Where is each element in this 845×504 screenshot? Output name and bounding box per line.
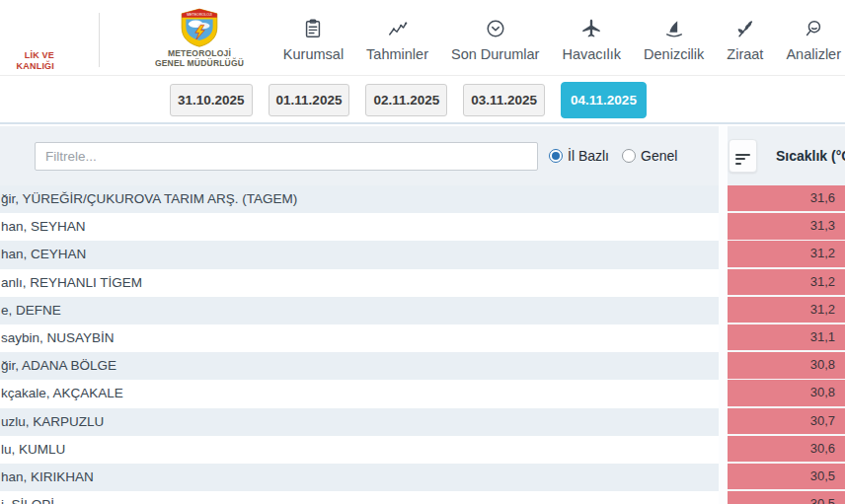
temp-value: 31,6 [728,185,845,211]
station-list-panel: İl Bazlı Genel ğir, YÜREĞİR/ÇUKUROVA TAR… [0,126,719,504]
temp-cell: 30,5 [728,464,845,491]
temp-cell: 30,7 [728,408,845,436]
filter-mode-group: İl Bazlı Genel [549,126,677,185]
temp-value: 30,5 [728,464,845,489]
temp-cell: 31,2 [728,297,845,324]
date-tab[interactable]: 31.10.2025 [170,84,253,116]
temp-value: 30,8 [728,380,845,405]
nav-item-denizcilik[interactable]: Denizcilik [644,15,704,62]
airplane-icon [580,15,602,42]
svg-text:METEOROLOJI: METEOROLOJI [187,13,212,17]
radio-icon [549,149,563,163]
filter-mode-label: Genel [641,148,677,164]
nav-label: Havacılık [562,46,621,62]
sort-lines-icon [735,154,756,165]
nav-label: Kurumsal [283,46,344,62]
temperature-column-title: Sıcaklık (°C) [776,126,845,185]
filter-mode-label: İl Bazlı [568,148,609,164]
station-row[interactable]: ğir, YÜREĞİR/ÇUKUROVA TARIM ARŞ. (TAGEM) [0,185,719,213]
station-row[interactable]: i, SİLOPİ [0,491,719,504]
temp-value: 30,5 [728,491,845,504]
content-area: İl Bazlı Genel ğir, YÜREĞİR/ÇUKUROVA TAR… [0,126,845,504]
date-tab[interactable]: 01.11.2025 [269,84,350,116]
temp-value: 31,2 [728,297,845,323]
nav-item-son-durumlar[interactable]: Son Durumlar [451,15,539,62]
nav-item-havacilik[interactable]: Havacılık [562,15,621,62]
temp-cell: 31,6 [728,185,845,213]
temp-cell: 31,2 [728,269,845,297]
temp-value: 30,8 [728,352,845,378]
filter-bar: İl Bazlı Genel [0,126,719,185]
nav-item-analizler[interactable]: Analizler [786,15,841,62]
station-row[interactable]: kçakale, AKÇAKALE [0,380,719,407]
temp-cell: 30,5 [728,491,845,504]
chart-line-icon [386,15,410,42]
nav-label: Son Durumlar [451,46,539,62]
date-tab[interactable]: 04.11.2025 [561,82,647,118]
temp-cell: 30,6 [728,436,845,464]
temperature-cells: 31,6 31,3 31,2 31,2 31,2 [728,185,845,504]
filter-mode-option[interactable]: İl Bazlı [549,148,609,164]
temp-value: 31,2 [728,269,845,295]
nav-label: Analizler [786,46,841,62]
station-row[interactable]: lu, KUMLU [0,436,719,464]
mgm-logo[interactable]: METEOROLOJI METEOROLOJİ GENEL MÜDÜRLÜĞÜ [120,8,278,68]
filter-input[interactable] [35,142,538,171]
nav-item-kurumsal[interactable]: Kurumsal [283,15,344,62]
temp-cell: 31,3 [728,213,845,241]
panel-gap [719,126,728,504]
clipboard-icon [302,15,324,42]
ministry-name-line2: KANLIĞI [0,61,54,72]
temperature-header: Sıcaklık (°C) [728,126,845,185]
temp-value: 30,6 [728,436,845,462]
temp-cell: 30,8 [728,352,845,380]
ministry-name-line1: LİK VE [0,50,54,61]
station-row[interactable]: han, KIRIKHAN [0,464,719,491]
station-row[interactable]: anlı, REYHANLI TİGEM [0,269,719,297]
main-nav: Kurumsal Tahminler Son Durumlar [283,15,841,62]
nav-label: Tahminler [366,46,428,62]
agency-name-line2: GENEL MÜDÜRLÜĞÜ [120,59,278,69]
nav-label: Denizcilik [644,46,704,62]
temp-value: 31,3 [728,213,845,239]
date-tabs-bar: 31.10.2025 01.11.2025 02.11.2025 03.11.2… [0,77,845,124]
radio-icon [622,149,636,163]
temp-cell: 30,8 [728,380,845,407]
temp-cell: 31,1 [728,324,845,352]
nav-label: Ziraat [727,46,763,62]
analysis-icon [803,15,824,42]
sort-button[interactable] [729,139,757,173]
date-tab[interactable]: 03.11.2025 [463,84,545,116]
temp-value: 30,7 [728,408,845,434]
ministry-name: LİK VE KANLIĞI [0,50,54,71]
filter-mode-option[interactable]: Genel [622,148,677,164]
wheat-icon [734,15,756,42]
chevron-circle-icon [485,15,506,42]
temp-value: 31,1 [728,324,845,350]
station-row[interactable]: e, DEFNE [0,297,719,324]
sail-icon [663,15,685,42]
mgm-shield-icon: METEOROLOJI [179,8,220,47]
station-row[interactable]: ğir, ADANA BÖLGE [0,352,719,380]
station-rows: ğir, YÜREĞİR/ÇUKUROVA TARIM ARŞ. (TAGEM)… [0,185,719,504]
station-row[interactable]: saybin, NUSAYBİN [0,324,719,352]
nav-item-ziraat[interactable]: Ziraat [727,15,763,62]
temperature-panel: Sıcaklık (°C) 31,6 31,3 31,2 31,2 [728,126,845,504]
station-row[interactable]: han, CEYHAN [0,241,719,268]
temp-cell: 31,2 [728,241,845,268]
temp-value: 31,2 [728,241,845,266]
header-divider [99,13,100,67]
nav-item-tahminler[interactable]: Tahminler [366,15,428,62]
station-row[interactable]: uzlu, KARPUZLU [0,408,719,436]
top-header: LİK VE KANLIĞI METEOROLOJI METEOROLOJİ G… [0,0,845,76]
date-tab[interactable]: 02.11.2025 [365,84,447,116]
station-row[interactable]: han, SEYHAN [0,213,719,241]
